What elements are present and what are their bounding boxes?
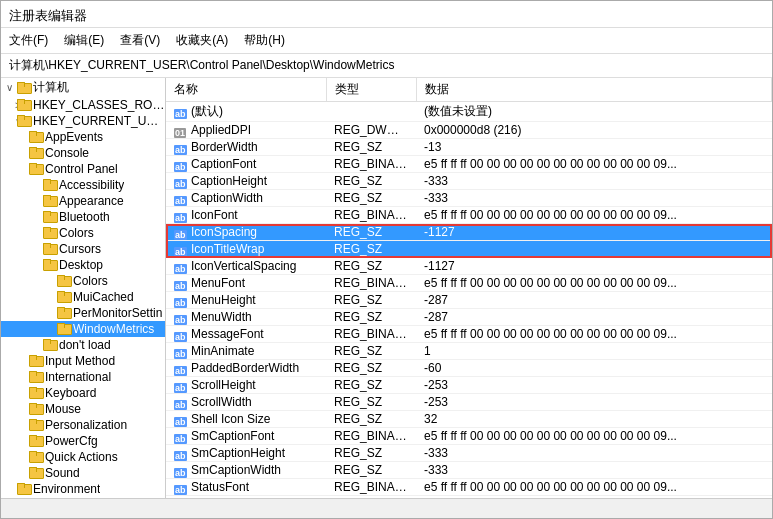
table-row[interactable]: (默认)(数值未设置) bbox=[166, 102, 772, 122]
tree-panel[interactable]: ∨计算机>HKEY_CLASSES_ROOT∨HKEY_CURRENT_USER… bbox=[1, 78, 166, 498]
tree-item-controlpanel[interactable]: ∨Control Panel bbox=[1, 161, 165, 177]
entry-name: MessageFont bbox=[191, 327, 264, 341]
tree-item-quickactions[interactable]: Quick Actions bbox=[1, 449, 165, 465]
tree-label: 计算机 bbox=[33, 79, 69, 96]
tree-item-windowmetrics[interactable]: WindowMetrics bbox=[1, 321, 165, 337]
tree-expander[interactable]: > bbox=[1, 356, 29, 367]
tree-expander[interactable]: > bbox=[1, 100, 17, 111]
reg-type-icon bbox=[174, 397, 188, 409]
cell-data: -60 bbox=[416, 360, 772, 377]
tree-item-international[interactable]: International bbox=[1, 369, 165, 385]
table-row[interactable]: SmCaptionWidthREG_SZ-333 bbox=[166, 462, 772, 479]
tree-label: Mouse bbox=[45, 402, 81, 416]
table-row[interactable]: IconVerticalSpacingREG_SZ-1127 bbox=[166, 258, 772, 275]
table-row[interactable]: MenuFontREG_BINARYe5 ff ff ff 00 00 00 0… bbox=[166, 275, 772, 292]
reg-type-icon bbox=[174, 193, 188, 205]
col-header-name[interactable]: 名称 bbox=[166, 78, 326, 102]
folder-icon bbox=[17, 82, 31, 94]
reg-type-icon bbox=[174, 261, 188, 273]
tree-item-dontload[interactable]: don't load bbox=[1, 337, 165, 353]
status-bar bbox=[1, 498, 772, 518]
table-row[interactable]: CaptionWidthREG_SZ-333 bbox=[166, 190, 772, 207]
tree-item-accessibility[interactable]: >Accessibility bbox=[1, 177, 165, 193]
tree-item-sound[interactable]: Sound bbox=[1, 465, 165, 481]
reg-type-icon bbox=[174, 106, 188, 118]
cell-type: REG_SZ bbox=[326, 394, 416, 411]
tree-item-environment[interactable]: Environment bbox=[1, 481, 165, 497]
table-row[interactable]: Shell Icon SizeREG_SZ32 bbox=[166, 411, 772, 428]
cell-data: e5 ff ff ff 00 00 00 00 00 00 00 00 00 0… bbox=[416, 326, 772, 343]
folder-icon bbox=[29, 131, 43, 143]
tree-item-desktop[interactable]: ∨Desktop bbox=[1, 257, 165, 273]
tree-item-hkcu[interactable]: ∨HKEY_CURRENT_USER bbox=[1, 113, 165, 129]
table-row[interactable]: ScrollWidthREG_SZ-253 bbox=[166, 394, 772, 411]
cell-type: REG_SZ bbox=[326, 360, 416, 377]
reg-type-icon bbox=[174, 176, 188, 188]
tree-item-appevents[interactable]: >AppEvents bbox=[1, 129, 165, 145]
table-row[interactable]: PaddedBorderWidthREG_SZ-60 bbox=[166, 360, 772, 377]
cell-type: REG_SZ bbox=[326, 139, 416, 156]
tree-item-keyboard[interactable]: Keyboard bbox=[1, 385, 165, 401]
tree-expander[interactable]: ∨ bbox=[1, 260, 43, 271]
table-row[interactable]: IconSpacingREG_SZ-1127 bbox=[166, 224, 772, 241]
entry-name: IconTitleWrap bbox=[191, 242, 264, 256]
folder-icon bbox=[17, 483, 31, 495]
table-row[interactable]: MinAnimateREG_SZ1 bbox=[166, 343, 772, 360]
table-row[interactable]: AppliedDPIREG_DWORD0x000000d8 (216) bbox=[166, 122, 772, 139]
tree-expander[interactable]: ∨ bbox=[1, 116, 17, 127]
folder-icon bbox=[17, 115, 31, 127]
tree-item-bluetooth[interactable]: Bluetooth bbox=[1, 209, 165, 225]
tree-item-console[interactable]: Console bbox=[1, 145, 165, 161]
cell-name: SmCaptionHeight bbox=[166, 445, 326, 462]
tree-expander[interactable]: > bbox=[1, 132, 29, 143]
tree-item-muicached[interactable]: MuiCached bbox=[1, 289, 165, 305]
tree-item-desktopcolors[interactable]: Colors bbox=[1, 273, 165, 289]
table-row[interactable]: StatusFontREG_BINARYe5 ff ff ff 00 00 00… bbox=[166, 479, 772, 496]
table-row[interactable]: SmCaptionHeightREG_SZ-333 bbox=[166, 445, 772, 462]
col-header-type[interactable]: 类型 bbox=[326, 78, 416, 102]
entry-name: (默认) bbox=[191, 104, 223, 118]
tree-item-personalization[interactable]: Personalization bbox=[1, 417, 165, 433]
table-row[interactable]: MenuHeightREG_SZ-287 bbox=[166, 292, 772, 309]
tree-item-computer[interactable]: ∨计算机 bbox=[1, 78, 165, 97]
table-row[interactable]: ScrollHeightREG_SZ-253 bbox=[166, 377, 772, 394]
table-row[interactable]: CaptionHeightREG_SZ-333 bbox=[166, 173, 772, 190]
menu-item[interactable]: 收藏夹(A) bbox=[168, 30, 236, 51]
menu-item[interactable]: 文件(F) bbox=[1, 30, 56, 51]
tree-item-mouse[interactable]: Mouse bbox=[1, 401, 165, 417]
table-row[interactable]: CaptionFontREG_BINARYe5 ff ff ff 00 00 0… bbox=[166, 156, 772, 173]
tree-item-appearance[interactable]: Appearance bbox=[1, 193, 165, 209]
tree-item-powercfg[interactable]: PowerCfg bbox=[1, 433, 165, 449]
tree-item-colors[interactable]: Colors bbox=[1, 225, 165, 241]
tree-item-cursors[interactable]: Cursors bbox=[1, 241, 165, 257]
cell-data: -1127 bbox=[416, 224, 772, 241]
tree-label: Environment bbox=[33, 482, 100, 496]
cell-name: CaptionWidth bbox=[166, 190, 326, 207]
menu-item[interactable]: 编辑(E) bbox=[56, 30, 112, 51]
cell-name: ScrollHeight bbox=[166, 377, 326, 394]
tree-item-hkcr[interactable]: >HKEY_CLASSES_ROOT bbox=[1, 97, 165, 113]
tree-item-permonitorsetting[interactable]: PerMonitorSettin bbox=[1, 305, 165, 321]
tree-label: Keyboard bbox=[45, 386, 96, 400]
menu-item[interactable]: 帮助(H) bbox=[236, 30, 293, 51]
table-row[interactable]: MessageFontREG_BINARYe5 ff ff ff 00 00 0… bbox=[166, 326, 772, 343]
cell-name: SmCaptionFont bbox=[166, 428, 326, 445]
cell-type: REG_SZ bbox=[326, 462, 416, 479]
table-row[interactable]: MenuWidthREG_SZ-287 bbox=[166, 309, 772, 326]
tree-expander[interactable]: ∨ bbox=[1, 164, 29, 175]
cell-type: REG_BINARY bbox=[326, 479, 416, 496]
table-row[interactable]: IconFontREG_BINARYe5 ff ff ff 00 00 00 0… bbox=[166, 207, 772, 224]
tree-label: Accessibility bbox=[59, 178, 124, 192]
table-row[interactable]: IconTitleWrapREG_SZ bbox=[166, 241, 772, 258]
detail-scroll[interactable]: 名称 类型 数据 (默认)(数值未设置)AppliedDPIREG_DWORD0… bbox=[166, 78, 772, 498]
entry-name: MinAnimate bbox=[191, 344, 254, 358]
tree-item-inputmethod[interactable]: >Input Method bbox=[1, 353, 165, 369]
tree-expander[interactable]: ∨ bbox=[1, 82, 17, 93]
cell-name: MenuFont bbox=[166, 275, 326, 292]
tree-expander[interactable]: > bbox=[1, 180, 43, 191]
main-content: ∨计算机>HKEY_CLASSES_ROOT∨HKEY_CURRENT_USER… bbox=[1, 78, 772, 498]
col-header-data[interactable]: 数据 bbox=[416, 78, 772, 102]
table-row[interactable]: BorderWidthREG_SZ-13 bbox=[166, 139, 772, 156]
menu-item[interactable]: 查看(V) bbox=[112, 30, 168, 51]
table-row[interactable]: SmCaptionFontREG_BINARYe5 ff ff ff 00 00… bbox=[166, 428, 772, 445]
